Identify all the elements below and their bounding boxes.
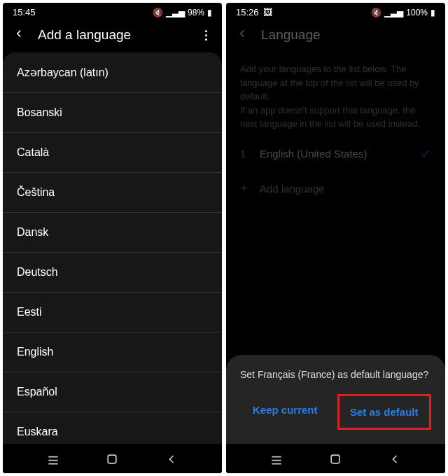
battery-pct: 100%: [406, 8, 428, 18]
help-line-1: Add your languages to the list below. Th…: [240, 62, 431, 104]
header: Language: [226, 20, 445, 52]
back-button[interactable]: [164, 452, 178, 466]
lang-index: 1: [240, 148, 247, 160]
dimmed-background: Language Add your languages to the list …: [226, 20, 445, 206]
status-bar: 15:45 🔇 ▁▃▅ 98% ▮: [3, 3, 222, 20]
nav-bar: [226, 444, 445, 473]
status-time: 15:45: [13, 7, 36, 18]
plus-icon: +: [240, 181, 247, 196]
keep-current-button[interactable]: Keep current: [240, 394, 330, 430]
language-item[interactable]: Euskara: [3, 412, 222, 444]
recent-apps-button[interactable]: [270, 452, 284, 466]
status-time: 15:26: [236, 7, 259, 18]
help-line-2: If an app doesn't support that language,…: [240, 104, 431, 131]
back-icon: [236, 27, 248, 43]
add-language-row: + Add language: [226, 172, 445, 206]
selected-language-row: 1 English (United States) ✓: [226, 136, 445, 172]
battery-icon: ▮: [430, 8, 435, 18]
phone-right: 15:26 🖼 🔇 ▁▃▅ 100% ▮ Language Add your l…: [226, 3, 445, 473]
svg-rect-3: [108, 455, 117, 463]
checkmark-icon: ✓: [421, 146, 431, 162]
page-title: Language: [261, 27, 435, 43]
screenshot-icon: 🖼: [263, 7, 272, 18]
recent-apps-button[interactable]: [46, 452, 60, 466]
set-as-default-button[interactable]: Set as default: [337, 394, 432, 430]
language-item[interactable]: Dansk: [3, 213, 222, 253]
dialog-prompt: Set Français (France) as default languag…: [240, 369, 431, 380]
home-button[interactable]: [328, 452, 342, 466]
status-bar: 15:26 🖼 🔇 ▁▃▅ 100% ▮: [226, 3, 445, 20]
signal-icon: ▁▃▅: [166, 8, 185, 18]
lang-name: English (United States): [260, 148, 367, 160]
battery-pct: 98%: [188, 8, 204, 18]
language-item[interactable]: Español: [3, 372, 222, 412]
page-title: Add a language: [38, 27, 187, 43]
back-button[interactable]: [388, 452, 402, 466]
language-item[interactable]: Čeština: [3, 173, 222, 213]
mute-icon: 🔇: [371, 8, 382, 18]
home-button[interactable]: [105, 452, 119, 466]
svg-rect-7: [332, 455, 340, 463]
language-item[interactable]: Deutsch: [3, 253, 222, 293]
battery-icon: ▮: [207, 8, 212, 18]
mute-icon: 🔇: [153, 8, 163, 18]
help-text: Add your languages to the list below. Th…: [226, 52, 445, 136]
add-language-label: Add language: [260, 183, 325, 195]
default-language-dialog: Set Français (France) as default languag…: [226, 355, 445, 444]
signal-icon: ▁▃▅: [384, 8, 403, 18]
language-item[interactable]: English: [3, 332, 222, 372]
language-item[interactable]: Català: [3, 133, 222, 173]
header: Add a language: [3, 20, 222, 52]
language-item[interactable]: Azərbaycan (latın): [3, 52, 222, 93]
phone-left: 15:45 🔇 ▁▃▅ 98% ▮ Add a language Azərbay…: [3, 3, 222, 473]
more-icon[interactable]: [200, 29, 212, 41]
language-item[interactable]: Eesti: [3, 293, 222, 332]
language-item[interactable]: Bosanski: [3, 93, 222, 133]
back-icon[interactable]: [13, 27, 25, 43]
nav-bar: [3, 444, 222, 473]
language-list[interactable]: Azərbaycan (latın)BosanskiCatalàČeštinaD…: [3, 52, 222, 444]
